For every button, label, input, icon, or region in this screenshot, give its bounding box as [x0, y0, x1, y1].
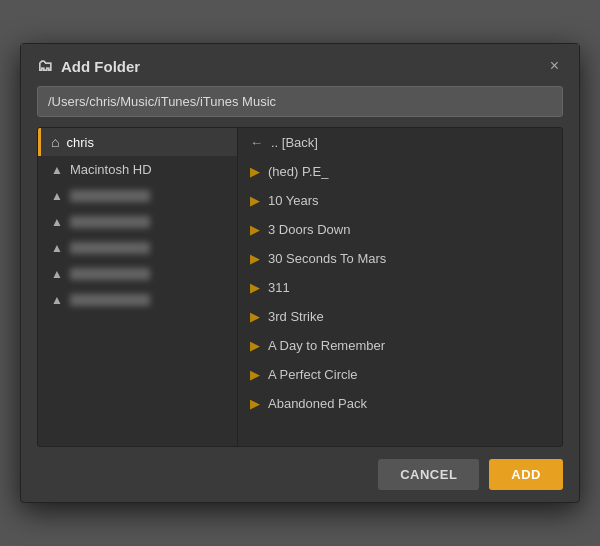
- left-item-drive3[interactable]: ▲: [38, 183, 237, 209]
- right-item[interactable]: ▶(hed) P.E_: [238, 157, 562, 186]
- left-item-label-blurred: [70, 216, 150, 228]
- folder-icon: ▶: [250, 309, 260, 324]
- right-item[interactable]: ▶10 Years: [238, 186, 562, 215]
- back-icon: ←: [250, 135, 263, 150]
- left-item-drive6[interactable]: ▲: [38, 261, 237, 287]
- drive-icon: ▲: [51, 267, 63, 281]
- folder-icon: ▶: [250, 367, 260, 382]
- file-browser: ⌂chris▲Macintosh HD▲▲▲▲▲ ←.. [Back]▶(hed…: [37, 127, 563, 447]
- right-item[interactable]: ▶311: [238, 273, 562, 302]
- folder-icon: ▶: [250, 338, 260, 353]
- cancel-button[interactable]: CANCEL: [378, 459, 479, 490]
- right-item[interactable]: ▶3 Doors Down: [238, 215, 562, 244]
- left-item-macintosh-hd[interactable]: ▲Macintosh HD: [38, 156, 237, 183]
- left-item-chris[interactable]: ⌂chris: [38, 128, 237, 156]
- right-item-label: 311: [268, 280, 290, 295]
- right-item-label: 3rd Strike: [268, 309, 324, 324]
- dialog-title-text: Add Folder: [61, 58, 140, 75]
- right-item-label: .. [Back]: [271, 135, 318, 150]
- dialog-header: 🗂 Add Folder ×: [21, 44, 579, 86]
- home-icon: ⌂: [51, 134, 59, 150]
- left-item-drive5[interactable]: ▲: [38, 235, 237, 261]
- path-display: /Users/chris/Music/iTunes/iTunes Music: [37, 86, 563, 117]
- right-item[interactable]: ▶Abandoned Pack: [238, 389, 562, 418]
- left-panel: ⌂chris▲Macintosh HD▲▲▲▲▲: [38, 128, 238, 446]
- right-item[interactable]: ▶A Perfect Circle: [238, 360, 562, 389]
- left-item-label-blurred: [70, 190, 150, 202]
- right-item-label: 30 Seconds To Mars: [268, 251, 386, 266]
- left-item-label: Macintosh HD: [70, 162, 227, 177]
- right-item[interactable]: ▶3rd Strike: [238, 302, 562, 331]
- right-item[interactable]: ▶30 Seconds To Mars: [238, 244, 562, 273]
- drive-icon: ▲: [51, 293, 63, 307]
- folder-icon: ▶: [250, 251, 260, 266]
- right-item[interactable]: ←.. [Back]: [238, 128, 562, 157]
- drive-icon: ▲: [51, 163, 63, 177]
- right-item-label: 10 Years: [268, 193, 319, 208]
- drive-icon: ▲: [51, 215, 63, 229]
- dialog-title: 🗂 Add Folder: [37, 57, 140, 75]
- right-panel: ←.. [Back]▶(hed) P.E_▶10 Years▶3 Doors D…: [238, 128, 562, 446]
- left-item-drive7[interactable]: ▲: [38, 287, 237, 313]
- folder-icon: ▶: [250, 164, 260, 179]
- folder-icon: ▶: [250, 396, 260, 411]
- left-item-label-blurred: [70, 268, 150, 280]
- right-item-label: Abandoned Pack: [268, 396, 367, 411]
- close-button[interactable]: ×: [546, 56, 563, 76]
- right-item-label: A Day to Remember: [268, 338, 385, 353]
- right-item[interactable]: ▶A Day to Remember: [238, 331, 562, 360]
- right-item-label: 3 Doors Down: [268, 222, 350, 237]
- folder-icon: ▶: [250, 280, 260, 295]
- drive-icon: ▲: [51, 241, 63, 255]
- right-item-label: A Perfect Circle: [268, 367, 358, 382]
- dialog-folder-icon: 🗂: [37, 57, 53, 75]
- add-folder-dialog: 🗂 Add Folder × /Users/chris/Music/iTunes…: [20, 43, 580, 503]
- left-item-drive4[interactable]: ▲: [38, 209, 237, 235]
- left-item-label-blurred: [70, 294, 150, 306]
- dialog-footer: CANCEL ADD: [21, 447, 579, 502]
- folder-icon: ▶: [250, 193, 260, 208]
- left-item-label: chris: [66, 135, 227, 150]
- add-button[interactable]: ADD: [489, 459, 563, 490]
- drive-icon: ▲: [51, 189, 63, 203]
- right-item-label: (hed) P.E_: [268, 164, 328, 179]
- folder-icon: ▶: [250, 222, 260, 237]
- left-item-label-blurred: [70, 242, 150, 254]
